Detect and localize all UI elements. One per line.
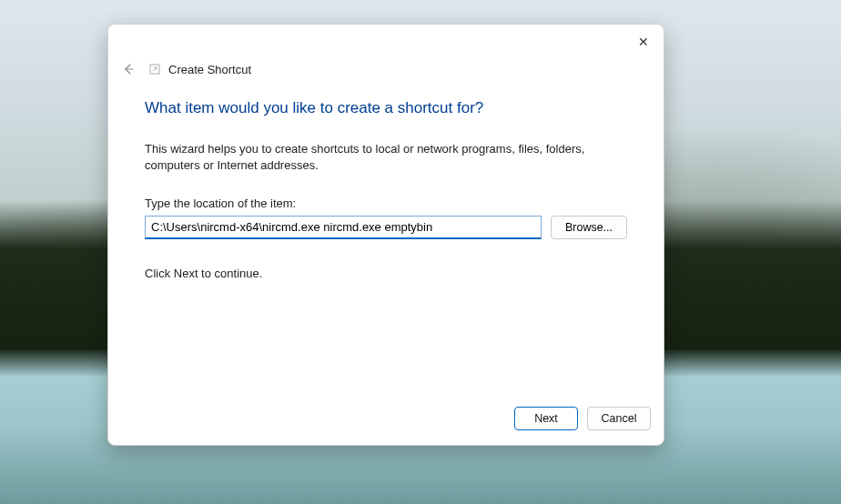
next-button[interactable]: Next: [514, 407, 578, 430]
create-shortcut-dialog: ✕ Create Shortcut What item would you li…: [107, 24, 664, 446]
location-input[interactable]: [145, 216, 542, 239]
location-row: Browse...: [145, 216, 627, 239]
back-button[interactable]: [116, 56, 141, 82]
location-label: Type the location of the item:: [145, 197, 627, 210]
close-button[interactable]: ✕: [623, 28, 664, 55]
close-icon: ✕: [638, 35, 649, 49]
back-arrow-icon: [121, 62, 136, 76]
window-title: Create Shortcut: [168, 63, 251, 76]
header-row: Create Shortcut: [108, 55, 664, 83]
cancel-button[interactable]: Cancel: [587, 407, 651, 430]
browse-button[interactable]: Browse...: [551, 216, 627, 239]
shortcut-icon: [148, 63, 161, 76]
titlebar: ✕: [108, 25, 664, 57]
dialog-content: What item would you like to create a sho…: [108, 83, 664, 401]
continue-hint: Click Next to continue.: [145, 267, 627, 280]
dialog-footer: Next Cancel: [108, 401, 664, 445]
wizard-description: This wizard helps you to create shortcut…: [145, 141, 618, 173]
page-heading: What item would you like to create a sho…: [145, 99, 627, 117]
